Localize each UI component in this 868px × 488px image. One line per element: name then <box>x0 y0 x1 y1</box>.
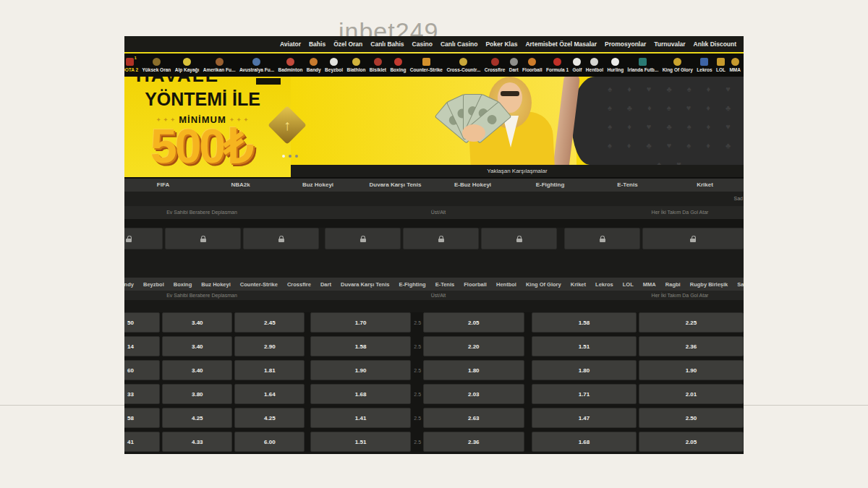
sport-tab[interactable]: Hentbol <box>496 281 516 288</box>
sport-tab[interactable]: LOL <box>623 281 634 288</box>
sport-tab[interactable]: MMA <box>643 281 656 288</box>
odds-cell-btts-yes[interactable]: 1.68 <box>532 432 637 452</box>
sport-tab[interactable]: Buz Hokeyi <box>279 179 357 192</box>
sport-tab[interactable]: Buz Hokeyi <box>201 281 230 288</box>
sport-item[interactable]: Crossfire <box>485 58 506 72</box>
odds-cell-btts-no[interactable]: 2.25 <box>639 312 744 333</box>
odds-cell-draw[interactable]: 4.33 <box>162 432 232 452</box>
odds-cell-away[interactable]: 1.64 <box>234 384 305 404</box>
sport-tab[interactable]: Bandy <box>124 281 134 288</box>
odds-cell-draw[interactable]: 4.25 <box>162 408 232 428</box>
sport-item[interactable]: Yüksek Oran <box>142 58 171 72</box>
sport-tab[interactable]: Boxing <box>174 281 192 288</box>
odds-cell-over[interactable]: 1.51 <box>310 432 411 452</box>
sport-item[interactable]: 1 DOTA 2 <box>124 58 138 72</box>
sport-item[interactable]: Counter-Strike <box>410 58 443 72</box>
sport-item[interactable]: Lekros <box>697 58 712 72</box>
locked-odds-cell[interactable] <box>564 228 640 249</box>
sport-item[interactable]: King Of Glory <box>663 58 693 72</box>
odds-cell-away[interactable]: 2.90 <box>234 336 305 356</box>
sport-tab[interactable]: King Of Glory <box>526 281 561 288</box>
sport-tab[interactable]: Lekros <box>595 281 613 288</box>
odds-cell-under[interactable]: 1.80 <box>423 360 524 380</box>
sport-item[interactable]: Bisiklet <box>370 58 386 72</box>
sport-item[interactable]: Formula 1 <box>546 58 569 72</box>
locked-odds-cell[interactable] <box>403 228 479 249</box>
sport-item[interactable]: Golf <box>572 58 582 72</box>
locked-odds-cell[interactable] <box>642 228 744 249</box>
sport-item[interactable]: Badminton <box>278 58 302 72</box>
odds-cell-under[interactable]: 2.03 <box>423 384 524 404</box>
sport-item[interactable]: Amerikan Fu... <box>203 58 236 72</box>
odds-cell-over[interactable]: 1.41 <box>310 408 411 428</box>
sport-tab[interactable]: E-Fighting <box>399 281 425 288</box>
locked-odds-cell[interactable] <box>325 228 401 249</box>
odds-cell-btts-yes[interactable]: 1.80 <box>532 360 637 380</box>
topnav-item[interactable]: Poker Klas <box>485 40 517 48</box>
sport-item[interactable]: Hentbol <box>586 58 603 72</box>
topnav-item[interactable]: Artemisbet Özel Masalar <box>525 40 597 48</box>
sport-tab[interactable]: E-Buz Hokeyi <box>434 179 511 192</box>
odds-cell-over[interactable]: 1.68 <box>310 384 411 404</box>
sport-tab[interactable]: Salon <box>737 281 744 288</box>
carousel-dot[interactable] <box>289 155 292 158</box>
odds-cell-btts-yes[interactable]: 1.71 <box>532 384 637 404</box>
topnav-item[interactable]: Canlı Casino <box>441 40 477 48</box>
carousel-dot[interactable] <box>295 155 298 158</box>
sport-item[interactable]: Cross-Countr... <box>446 58 480 72</box>
odds-cell-draw[interactable]: 3.80 <box>162 384 232 404</box>
topnav-item[interactable]: Özel Oran <box>333 40 362 48</box>
sport-tab[interactable]: Duvara Karşı Tenis <box>341 281 389 288</box>
sport-tab[interactable]: Dart <box>320 281 331 288</box>
promo-banner[interactable]: ♠ ♦ ♥ ♣ ♠ ♦ ♥ ♠ ♣ ♦ ♠ ♥ ♦ ♣ ♠ ♦ ♥ ♣ ♠ ♦ … <box>124 77 744 177</box>
locked-odds-cell[interactable] <box>124 228 163 249</box>
topnav-item[interactable]: Canlı Bahis <box>370 40 404 48</box>
sport-tab[interactable]: Floorball <box>464 281 487 288</box>
odds-cell-away[interactable]: 6.00 <box>234 432 305 452</box>
odds-cell-home[interactable]: 50 <box>124 312 160 333</box>
odds-cell-over[interactable]: 1.70 <box>310 312 411 333</box>
odds-cell-under[interactable]: 2.05 <box>423 312 524 333</box>
sport-item[interactable]: Bandy <box>307 58 321 72</box>
sport-tab[interactable]: E-Tenis <box>435 281 455 288</box>
topnav-item[interactable]: Casino <box>412 40 433 48</box>
sport-item[interactable]: Biathlon <box>346 58 365 72</box>
odds-cell-under[interactable]: 2.20 <box>423 336 524 356</box>
sport-tab[interactable]: Ragbi <box>665 281 681 288</box>
sport-item[interactable]: Hurling <box>607 58 624 72</box>
locked-odds-cell[interactable] <box>481 228 557 249</box>
topnav-item[interactable]: Aviator <box>280 40 301 48</box>
odds-cell-home[interactable]: 33 <box>124 384 160 404</box>
odds-cell-under[interactable]: 2.63 <box>423 408 524 428</box>
odds-cell-draw[interactable]: 3.40 <box>162 336 232 356</box>
odds-cell-over[interactable]: 1.90 <box>310 360 411 380</box>
odds-cell-btts-yes[interactable]: 1.47 <box>532 408 637 428</box>
odds-cell-over[interactable]: 1.58 <box>310 336 411 356</box>
sport-tab[interactable]: E-Tenis <box>589 179 666 192</box>
odds-cell-btts-no[interactable]: 2.36 <box>639 336 744 356</box>
sport-item[interactable]: Alp Kayağı <box>175 58 200 72</box>
carousel-dot[interactable] <box>282 155 285 158</box>
sport-tab[interactable]: Beyzbol <box>143 281 164 288</box>
sport-tab[interactable]: Rugby Birleşik <box>690 281 728 288</box>
locked-odds-cell[interactable] <box>165 228 241 249</box>
odds-cell-away[interactable]: 1.81 <box>234 360 305 380</box>
odds-cell-home[interactable]: 14 <box>124 336 160 356</box>
odds-cell-away[interactable]: 4.25 <box>234 408 305 428</box>
odds-cell-away[interactable]: 2.45 <box>234 312 305 333</box>
odds-cell-btts-no[interactable]: 2.05 <box>639 432 744 452</box>
sport-item[interactable]: Floorball <box>522 58 542 72</box>
odds-cell-btts-no[interactable]: 2.01 <box>639 384 744 404</box>
odds-cell-home[interactable]: 58 <box>124 408 160 428</box>
sport-tab[interactable]: Kriket <box>666 179 744 192</box>
odds-cell-btts-yes[interactable]: 1.51 <box>532 336 637 356</box>
sport-tab[interactable]: Duvara Karşı Tenis <box>357 179 434 192</box>
topnav-item[interactable]: Promosyonlar <box>605 40 646 48</box>
odds-cell-draw[interactable]: 3.40 <box>162 312 232 333</box>
sport-tab[interactable]: Crossfire <box>287 281 311 288</box>
sport-tab[interactable]: NBA2k <box>202 179 279 192</box>
odds-cell-btts-no[interactable]: 2.50 <box>639 408 744 428</box>
sport-item[interactable]: LOL <box>716 58 726 72</box>
sport-item[interactable]: Beyzbol <box>325 58 343 72</box>
odds-cell-home[interactable]: 60 <box>124 360 160 380</box>
